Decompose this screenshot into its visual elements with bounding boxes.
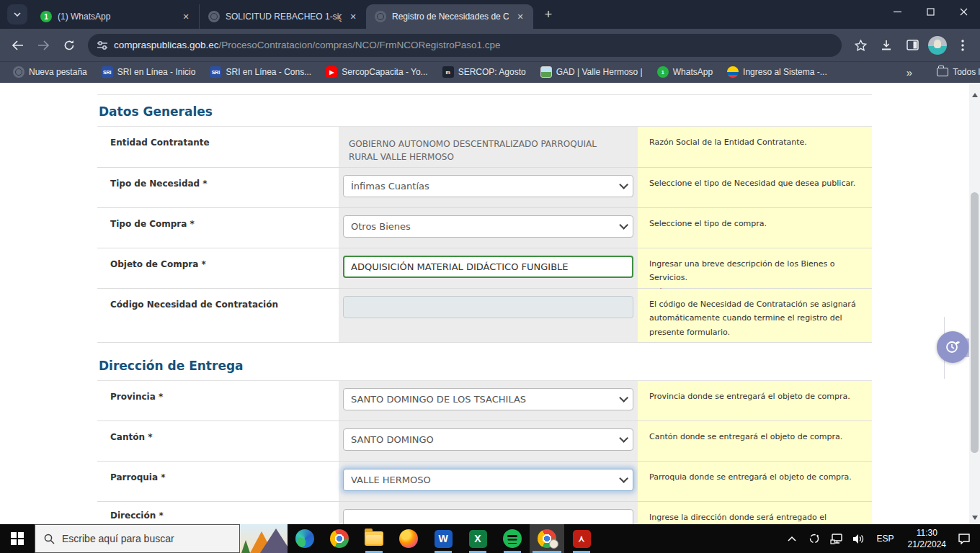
profile-avatar[interactable] [928, 36, 947, 55]
bookmark-sercopcapacita[interactable]: ▶ SercopCapacita - Yo... [320, 64, 433, 80]
bookmark-label: SRI en Línea - Cons... [226, 67, 311, 77]
tab-solicitud-rebacheo[interactable]: SOLICITUD REBACHEO 1-signed ✕ [199, 4, 366, 29]
field-cell: ADQUISICIÓN MATERIAL DIDÁCTICO FUNGIBLE [339, 248, 638, 288]
forward-button[interactable] [32, 34, 55, 57]
help-text: Ingresar una breve descripción de los Bi… [638, 248, 872, 288]
form-row-canton: Cantón * SANTO DOMINGO Cantón donde se e… [97, 421, 872, 462]
taskbar-chrome-icon[interactable] [322, 524, 357, 553]
reload-button[interactable] [58, 34, 81, 57]
bookmark-sri-inicio[interactable]: SRI SRI en Línea - Inicio [96, 64, 202, 80]
address-bar[interactable]: compraspublicas.gob.ec/ProcesoContrataci… [88, 34, 842, 57]
back-button[interactable] [6, 34, 29, 57]
clock-date[interactable]: 11:30 21/2/2024 [904, 527, 950, 550]
taskbar-edge-icon[interactable] [288, 524, 322, 553]
field-cell: GOBIERNO AUTONOMO DESCENTRALIZADO PARROQ… [339, 127, 638, 167]
bookmark-whatsapp[interactable]: 1 WhatsApp [651, 64, 718, 80]
windows-logo-icon [11, 532, 24, 545]
all-bookmarks-button[interactable]: Todos los marcadores [931, 65, 980, 79]
direccion-input[interactable] [343, 509, 633, 524]
help-text: El código de Necesidad de Contratación s… [638, 289, 872, 342]
taskbar-spotify-icon[interactable] [495, 524, 530, 553]
new-tab-button[interactable]: + [539, 5, 558, 24]
time-text: 11:30 [908, 527, 946, 539]
bookmark-label: Ingreso al Sistema -... [743, 67, 827, 77]
tipo-necesidad-select[interactable]: Ínfimas Cuantías [343, 175, 633, 197]
timer-clock-icon[interactable] [937, 331, 968, 363]
scrollbar[interactable] [969, 83, 980, 524]
field-cell [339, 502, 638, 524]
close-icon[interactable]: ✕ [347, 11, 359, 22]
site-settings-icon[interactable] [97, 40, 108, 50]
chevron-down-icon [619, 474, 628, 483]
scroll-down-arrow[interactable] [969, 512, 980, 523]
bookmark-gad-valle-hermoso[interactable]: GAD | Valle Hermoso | [535, 64, 649, 80]
selected-value: VALLE HERMOSO [351, 475, 431, 485]
youtube-icon: ▶ [326, 66, 337, 78]
tab-title: (1) WhatsApp [58, 12, 174, 22]
tray-expand-chevron-icon[interactable] [783, 529, 801, 549]
menu-dots-icon[interactable] [951, 34, 974, 57]
minimize-button[interactable] [881, 0, 914, 23]
codigo-necesidad-input [343, 296, 633, 318]
form-row-direccion: Dirección * Ingrese la dirección donde s… [97, 502, 872, 524]
field-label: Entidad Contratante [97, 127, 339, 167]
taskbar-firefox-icon[interactable] [391, 524, 426, 553]
tab-whatsapp[interactable]: 1 (1) WhatsApp ✕ [32, 4, 199, 29]
parroquia-select[interactable]: VALLE HERMOSO [343, 469, 633, 491]
tray-sync-icon[interactable] [806, 529, 823, 549]
scroll-up-arrow[interactable] [969, 89, 980, 100]
chevron-down-icon [619, 220, 628, 230]
bookmark-label: Nueva pestaña [29, 67, 87, 77]
field-cell: SANTO DOMINGO DE LOS TSACHILAS [339, 381, 638, 421]
bookmark-label: SERCOP: Agosto [458, 67, 526, 77]
bookmark-ingreso-sistema[interactable]: Ingreso al Sistema -... [721, 64, 833, 80]
tab-registro-necesidades[interactable]: Registro de Necesidades de Con ✕ [366, 4, 533, 29]
close-icon[interactable]: ✕ [514, 11, 526, 22]
canton-select[interactable]: SANTO DOMINGO [343, 428, 633, 451]
taskbar-file-explorer-icon[interactable] [357, 524, 391, 553]
close-icon[interactable]: ✕ [180, 11, 192, 22]
field-label: Objeto de Compra * [97, 248, 339, 288]
start-button[interactable] [0, 524, 35, 553]
notification-center-icon[interactable] [956, 529, 973, 549]
news-weather-widget[interactable] [240, 524, 288, 553]
taskbar-word-icon[interactable]: W [426, 524, 460, 553]
scrollbar-thumb[interactable] [971, 192, 979, 453]
tipo-compra-select[interactable]: Otros Bienes [343, 215, 633, 238]
bookmark-label: SercopCapacita - Yo... [342, 67, 427, 77]
selected-value: SANTO DOMINGO DE LOS TSACHILAS [351, 394, 526, 405]
maximize-button[interactable] [914, 0, 947, 23]
taskbar-acrobat-icon[interactable]: ⋏ [564, 524, 599, 553]
network-icon[interactable] [828, 529, 845, 549]
field-label: Código Necesidad de Contratación [97, 289, 339, 342]
bookmark-sri-consultas[interactable]: SRI SRI en Línea - Cons... [204, 64, 317, 80]
url-path: /ProcesoContratacion/compras/NCO/FrmNCOR… [219, 40, 501, 50]
download-icon[interactable] [875, 34, 898, 57]
form-row-tipo-compra: Tipo de Compra * Otros Bienes Seleccione… [97, 208, 872, 248]
tab-title: SOLICITUD REBACHEO 1-signed [226, 12, 342, 22]
bookmarks-overflow-button[interactable]: » [901, 66, 919, 78]
side-panel-icon[interactable] [901, 34, 924, 57]
floating-extension-widget[interactable] [935, 330, 970, 364]
help-text: Seleccione el tipo de compra. [638, 208, 872, 248]
help-text: Cantón donde se entregará el objeto de c… [638, 421, 872, 461]
taskbar-search-input[interactable]: Escribe aquí para buscar [35, 524, 240, 553]
taskbar-chrome-active-icon[interactable] [530, 524, 564, 553]
input-value: ADQUISICIÓN MATERIAL DIDÁCTICO FUNGIBLE [351, 261, 569, 272]
taskbar-excel-icon[interactable]: X [460, 524, 495, 553]
field-label: Tipo de Compra * [97, 208, 339, 248]
bookmark-sercop-agosto[interactable]: m SERCOP: Agosto [437, 64, 532, 80]
sri-icon: SRI [210, 66, 221, 78]
bookmark-star-button[interactable] [849, 34, 872, 57]
volume-icon[interactable] [850, 529, 868, 549]
bookmark-nueva-pestana[interactable]: Nueva pestaña [7, 64, 93, 80]
tab-search-button[interactable] [7, 4, 27, 24]
field-label: Provincia * [97, 381, 339, 421]
window-controls [881, 0, 980, 23]
profile-badge [549, 539, 558, 549]
objeto-compra-input[interactable]: ADQUISICIÓN MATERIAL DIDÁCTICO FUNGIBLE [343, 256, 633, 278]
language-indicator[interactable]: ESP [873, 534, 899, 544]
form-row-provincia: Provincia * SANTO DOMINGO DE LOS TSACHIL… [97, 381, 872, 421]
close-window-button[interactable] [947, 0, 980, 23]
provincia-select[interactable]: SANTO DOMINGO DE LOS TSACHILAS [343, 388, 633, 410]
